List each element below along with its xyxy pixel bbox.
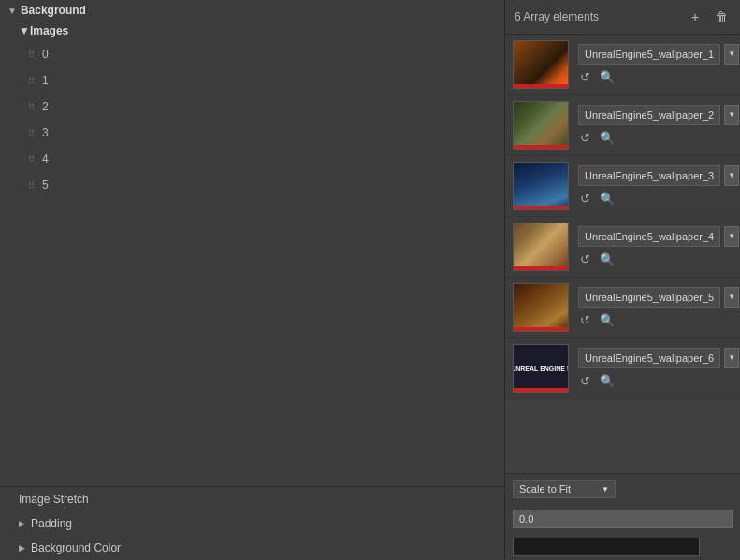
background-title: Background xyxy=(21,4,86,17)
thumbnail-image-1 xyxy=(514,102,568,149)
padding-label: Padding xyxy=(31,517,72,530)
image-stretch-row[interactable]: Image Stretch xyxy=(0,487,504,511)
add-element-button[interactable]: + xyxy=(686,7,704,26)
drag-handle-2[interactable]: ⠿ xyxy=(28,102,35,112)
stretch-row: Scale to Fit ▼ xyxy=(505,474,740,504)
color-swatch[interactable] xyxy=(513,538,700,556)
stretch-dropdown-label: Scale to Fit xyxy=(519,483,571,495)
image-stretch-label: Image Stretch xyxy=(19,493,89,506)
thumbnail-4 xyxy=(513,283,569,332)
item-dropdown-5[interactable]: ▼ xyxy=(724,348,739,368)
left-panel: ▼ Background ▼ Images ⠿ 0 ⠿ 1 ⠿ 2 ⠿ 3 ⠿ … xyxy=(0,0,505,560)
color-swatch-row xyxy=(505,534,740,560)
row-number-4: 4 xyxy=(42,152,49,165)
thumbnail-image-0 xyxy=(514,41,568,88)
item-actions-4: ↺ 🔍 xyxy=(578,311,740,329)
drag-handle-5[interactable]: ⠿ xyxy=(28,180,35,191)
array-row-1: ⠿ 1 xyxy=(0,67,504,93)
thumbnail-1 xyxy=(513,101,569,150)
array-row-5: ⠿ 5 xyxy=(0,172,504,198)
thumbnail-0 xyxy=(513,40,569,89)
item-reset-button-1[interactable]: ↺ xyxy=(578,129,592,147)
thumbnail-3 xyxy=(513,223,569,271)
thumbnail-image-2 xyxy=(514,163,568,209)
item-actions-0: ↺ 🔍 xyxy=(578,68,740,86)
item-dropdown-3[interactable]: ▼ xyxy=(724,226,739,247)
delete-element-button[interactable]: 🗑 xyxy=(712,7,731,26)
thumb-red-bar-3 xyxy=(514,266,568,270)
item-right-4: UnrealEngine5_wallpaper_5 ▼ ▼ ↺ 🔍 xyxy=(578,287,740,329)
drag-handle-3[interactable]: ⠿ xyxy=(28,128,35,138)
images-subsection-header[interactable]: ▼ Images xyxy=(0,21,504,41)
item-right-3: UnrealEngine5_wallpaper_4 ▼ ▼ ↺ 🔍 xyxy=(578,226,740,268)
drag-handle-1[interactable]: ⠿ xyxy=(28,76,35,86)
background-section-header[interactable]: ▼ Background xyxy=(0,0,504,21)
right-panel: 6 Array elements + 🗑 UnrealEngine5_wallp… xyxy=(505,0,740,560)
array-item-4: UnrealEngine5_wallpaper_5 ▼ ▼ ↺ 🔍 xyxy=(505,278,740,338)
item-name-row-1: UnrealEngine5_wallpaper_2 ▼ ▼ xyxy=(578,105,740,125)
array-row-0: ⠿ 0 xyxy=(0,41,504,67)
item-search-button-5[interactable]: 🔍 xyxy=(598,372,617,390)
item-search-button-0[interactable]: 🔍 xyxy=(598,68,617,86)
thumbnail-5: UNREAL ENGINE 5 xyxy=(513,344,569,393)
row-number-0: 0 xyxy=(42,48,49,61)
item-reset-button-4[interactable]: ↺ xyxy=(578,311,592,329)
item-right-1: UnrealEngine5_wallpaper_2 ▼ ▼ ↺ 🔍 xyxy=(578,105,740,147)
item-name-3: UnrealEngine5_wallpaper_4 xyxy=(578,226,720,247)
array-row-2: ⠿ 2 xyxy=(0,93,504,120)
thumbnail-image-4 xyxy=(514,284,568,331)
item-dropdown-1[interactable]: ▼ xyxy=(724,105,739,125)
item-name-1: UnrealEngine5_wallpaper_2 xyxy=(578,105,720,125)
item-right-2: UnrealEngine5_wallpaper_3 ▼ ▼ ↺ 🔍 xyxy=(578,165,740,208)
stretch-dropdown-arrow: ▼ xyxy=(602,485,609,494)
item-name-row-2: UnrealEngine5_wallpaper_3 ▼ ▼ xyxy=(578,165,740,186)
padding-arrow: ▶ xyxy=(19,519,25,528)
row-number-2: 2 xyxy=(42,100,49,113)
images-collapse-arrow: ▼ xyxy=(19,24,30,37)
item-name-row-3: UnrealEngine5_wallpaper_4 ▼ ▼ xyxy=(578,226,740,247)
array-item-2: UnrealEngine5_wallpaper_3 ▼ ▼ ↺ 🔍 xyxy=(505,156,740,217)
row-number-1: 1 xyxy=(42,74,49,87)
thumb-logo-5: UNREAL ENGINE 5 xyxy=(513,366,569,372)
background-color-label: Background Color xyxy=(31,541,121,554)
item-search-button-2[interactable]: 🔍 xyxy=(598,190,617,208)
item-reset-button-2[interactable]: ↺ xyxy=(578,190,592,208)
item-search-button-4[interactable]: 🔍 xyxy=(598,311,617,329)
array-item-3: UnrealEngine5_wallpaper_4 ▼ ▼ ↺ 🔍 xyxy=(505,217,740,278)
item-name-row-0: UnrealEngine5_wallpaper_1 ▼ ▼ xyxy=(578,44,740,65)
thumb-red-bar-5 xyxy=(514,388,568,392)
item-right-0: UnrealEngine5_wallpaper_1 ▼ ▼ ↺ 🔍 xyxy=(578,44,740,86)
item-search-button-3[interactable]: 🔍 xyxy=(598,251,617,268)
item-reset-button-0[interactable]: ↺ xyxy=(578,68,592,86)
background-color-row[interactable]: ▶ Background Color xyxy=(0,536,504,560)
item-actions-5: ↺ 🔍 xyxy=(578,372,740,390)
array-item-0: UnrealEngine5_wallpaper_1 ▼ ▼ ↺ 🔍 xyxy=(505,35,740,95)
item-right-5: UnrealEngine5_wallpaper_6 ▼ ▼ ↺ 🔍 xyxy=(578,348,740,390)
thumb-red-bar-4 xyxy=(514,327,568,331)
value-input[interactable] xyxy=(513,510,733,528)
item-name-row-4: UnrealEngine5_wallpaper_5 ▼ ▼ xyxy=(578,287,740,308)
item-name-5: UnrealEngine5_wallpaper_6 xyxy=(578,348,720,368)
item-actions-2: ↺ 🔍 xyxy=(578,190,740,208)
thumb-red-bar-1 xyxy=(514,145,568,149)
item-reset-button-5[interactable]: ↺ xyxy=(578,372,592,390)
bottom-props: Image Stretch ▶ Padding ▶ Background Col… xyxy=(0,486,504,560)
item-name-row-5: UnrealEngine5_wallpaper_6 ▼ ▼ xyxy=(578,348,740,368)
images-title: Images xyxy=(30,24,68,37)
item-search-button-1[interactable]: 🔍 xyxy=(598,129,617,147)
drag-handle-0[interactable]: ⠿ xyxy=(28,50,35,60)
drag-handle-4[interactable]: ⠿ xyxy=(28,154,35,165)
thumbnail-2 xyxy=(513,162,569,210)
thumb-red-bar-0 xyxy=(514,84,568,88)
item-actions-3: ↺ 🔍 xyxy=(578,251,740,268)
array-item-5: UNREAL ENGINE 5 UnrealEngine5_wallpaper_… xyxy=(505,338,740,399)
item-dropdown-4[interactable]: ▼ xyxy=(724,287,739,308)
padding-row[interactable]: ▶ Padding xyxy=(0,511,504,536)
thumb-red-bar-2 xyxy=(514,206,568,209)
stretch-dropdown[interactable]: Scale to Fit ▼ xyxy=(513,480,616,498)
background-collapse-arrow: ▼ xyxy=(7,6,17,16)
item-reset-button-3[interactable]: ↺ xyxy=(578,251,592,268)
item-dropdown-0[interactable]: ▼ xyxy=(724,44,739,65)
item-dropdown-2[interactable]: ▼ xyxy=(724,165,739,186)
item-name-0: UnrealEngine5_wallpaper_1 xyxy=(578,44,720,65)
